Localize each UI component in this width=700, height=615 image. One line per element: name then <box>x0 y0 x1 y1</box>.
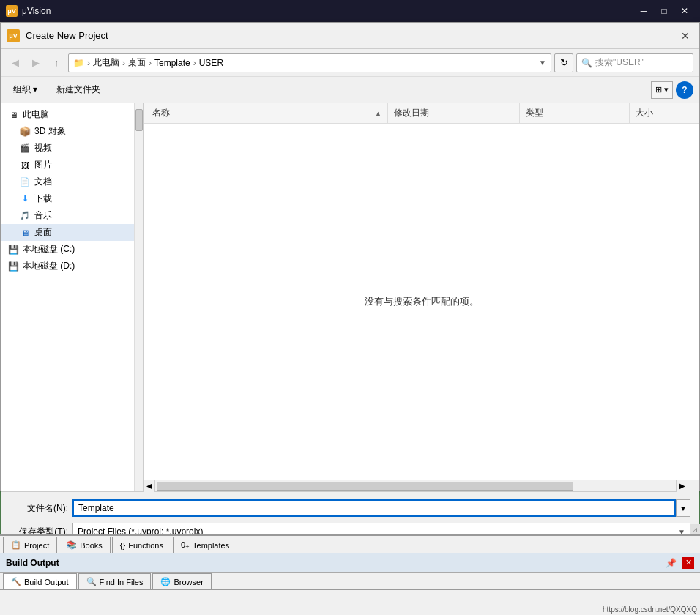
col-size-header[interactable]: 大小 <box>630 103 696 123</box>
watermark: https://blog.csdn.net/QXQXQ <box>600 604 700 615</box>
breadcrumb-user[interactable]: USER <box>199 58 223 68</box>
file-list-header: 名称 ▲ 修改日期 类型 大小 <box>144 103 699 124</box>
bottom-section: 📋 Project 📚 Books {} Functions 0₊ Templa… <box>0 534 700 615</box>
tab-functions[interactable]: {} Functions <box>112 537 171 553</box>
find-in-files-tab-icon: 🔍 <box>86 577 97 586</box>
disk-d-icon: 💾 <box>7 261 20 272</box>
close-app-button[interactable]: ✕ <box>675 4 694 18</box>
search-placeholder: 搜索"USER" <box>595 56 644 69</box>
help-button[interactable]: ? <box>676 81 693 99</box>
browser-tab-icon: 🌐 <box>160 577 171 586</box>
tree-item-music[interactable]: 🎵 音乐 <box>1 207 143 224</box>
resize-icon: ⊿ <box>692 526 698 534</box>
scrollbar-corner <box>688 480 699 492</box>
sort-arrow-icon: ▲ <box>375 110 381 117</box>
build-tab-find[interactable]: 🔍 Find In Files <box>78 573 152 589</box>
breadcrumb-bar: 📁 › 此电脑 › 桌面 › Template › USER ▼ <box>68 53 551 72</box>
col-date-header[interactable]: 修改日期 <box>388 103 520 123</box>
left-panel-scrollbar[interactable] <box>134 103 143 491</box>
breadcrumb-desktop[interactable]: 桌面 <box>128 56 146 69</box>
dialog-icon: μV <box>7 29 20 42</box>
app-icon: μV <box>6 5 18 17</box>
books-tab-icon: 📚 <box>67 540 77 550</box>
tab-templates[interactable]: 0₊ Templates <box>173 537 237 553</box>
right-panel: 名称 ▲ 修改日期 类型 大小 没有与搜索条件匹配的项。 <box>144 103 699 491</box>
tab-project[interactable]: 📋 Project <box>3 537 57 553</box>
toolbar: 组织 ▾ 新建文件夹 ⊞ ▾ ? <box>1 77 699 103</box>
tree-item-disk-d[interactable]: 💾 本地磁盘 (D:) <box>1 258 143 275</box>
build-output-header: Build Output 📌 ✕ <box>0 554 700 573</box>
maximize-button[interactable]: □ <box>655 4 674 18</box>
tree-item-computer[interactable]: 🖥 此电脑 <box>1 106 143 123</box>
folder-pictures-icon: 🖼 <box>18 160 31 171</box>
tree-item-desktop[interactable]: 🖥 桌面 <box>1 224 143 241</box>
filename-label: 文件名(N): <box>10 502 68 515</box>
bottom-tabs: 📋 Project 📚 Books {} Functions 0₊ Templa… <box>0 536 700 554</box>
dialog-close-button[interactable]: ✕ <box>677 28 693 44</box>
tree-item-documents[interactable]: 📄 文档 <box>1 174 143 190</box>
horizontal-scrollbar[interactable]: ◀ ▶ <box>144 480 699 491</box>
build-output-tab-icon: 🔨 <box>11 577 21 586</box>
resize-handle[interactable]: ⊿ <box>690 524 700 534</box>
nav-forward-button[interactable]: ▶ <box>27 54 45 72</box>
app-titlebar: μV μVision ─ □ ✕ <box>0 0 700 22</box>
col-name-header[interactable]: 名称 ▲ <box>146 103 388 123</box>
empty-content-message: 没有与搜索条件匹配的项。 <box>144 124 699 480</box>
breadcrumb-this-computer[interactable]: 此电脑 <box>93 56 119 69</box>
left-panel: 🖥 此电脑 📦 3D 对象 🎬 视频 🖼 图片 📄 文档 <box>1 103 144 491</box>
build-close-button[interactable]: ✕ <box>682 557 694 569</box>
build-tab-output[interactable]: 🔨 Build Output <box>3 573 77 589</box>
disk-c-icon: 💾 <box>7 245 20 255</box>
nav-bar: ◀ ▶ ↑ 📁 › 此电脑 › 桌面 › Template › USER ▼ ↻… <box>1 49 699 77</box>
new-folder-label: 新建文件夹 <box>56 83 100 96</box>
dialog-titlebar: μV Create New Project ✕ <box>1 23 699 49</box>
dialog-title: Create New Project <box>26 30 677 41</box>
breadcrumb-dropdown[interactable]: ▼ <box>539 59 546 67</box>
tree-item-pictures[interactable]: 🖼 图片 <box>1 157 143 174</box>
nav-back-button[interactable]: ◀ <box>7 54 24 72</box>
view-button[interactable]: ⊞ ▾ <box>651 81 673 99</box>
breadcrumb-template[interactable]: Template <box>154 58 190 68</box>
templates-tab-icon: 0₊ <box>181 540 190 550</box>
folder-downloads-icon: ⬇ <box>18 194 31 204</box>
app-background: μV μVision ─ □ ✕ μV Create New Project ✕… <box>0 0 700 615</box>
nav-refresh-button[interactable]: ↻ <box>554 53 573 72</box>
hscroll-track[interactable] <box>155 480 676 491</box>
search-bar[interactable]: 🔍 搜索"USER" <box>576 53 693 72</box>
hscroll-thumb[interactable] <box>157 482 573 491</box>
col-type-header[interactable]: 类型 <box>520 103 630 123</box>
organize-label: 组织 ▾ <box>13 83 37 96</box>
build-pin-icon[interactable]: 📌 <box>666 558 677 568</box>
tree-item-downloads[interactable]: ⬇ 下载 <box>1 190 143 207</box>
nav-up-button[interactable]: ↑ <box>48 54 65 72</box>
filename-dropdown[interactable]: ▼ <box>676 499 690 517</box>
tab-books[interactable]: 📚 Books <box>59 537 111 553</box>
organize-button[interactable]: 组织 ▾ <box>7 81 44 100</box>
build-tabs: 🔨 Build Output 🔍 Find In Files 🌐 Browser <box>0 573 700 590</box>
tree-item-disk-c[interactable]: 💾 本地磁盘 (C:) <box>1 241 143 258</box>
folder-music-icon: 🎵 <box>18 211 31 221</box>
titlebar-controls: ─ □ ✕ <box>634 4 694 18</box>
folder-desktop-icon: 🖥 <box>18 228 31 238</box>
create-project-dialog: μV Create New Project ✕ ◀ ▶ ↑ 📁 › 此电脑 › … <box>0 22 700 491</box>
search-icon: 🔍 <box>581 58 592 68</box>
build-tab-browser[interactable]: 🌐 Browser <box>152 573 211 589</box>
toolbar-right: ⊞ ▾ ? <box>651 81 693 99</box>
project-tab-icon: 📋 <box>11 540 21 550</box>
build-output-title: Build Output <box>6 558 663 568</box>
filename-row: 文件名(N): ▼ <box>10 499 690 517</box>
filename-input[interactable] <box>72 499 676 517</box>
hscroll-left-button[interactable]: ◀ <box>144 480 155 492</box>
folder-documents-icon: 📄 <box>18 177 31 187</box>
minimize-button[interactable]: ─ <box>634 4 653 18</box>
tree-item-3d[interactable]: 📦 3D 对象 <box>1 123 143 140</box>
tree-item-video[interactable]: 🎬 视频 <box>1 140 143 157</box>
content-area: 🖥 此电脑 📦 3D 对象 🎬 视频 🖼 图片 📄 文档 <box>1 103 699 491</box>
functions-tab-icon: {} <box>120 541 125 550</box>
hscroll-right-button[interactable]: ▶ <box>676 480 688 492</box>
new-folder-button[interactable]: 新建文件夹 <box>50 81 107 100</box>
computer-icon: 🖥 <box>7 110 20 120</box>
folder-video-icon: 🎬 <box>18 144 31 154</box>
app-title: μVision <box>22 6 630 16</box>
breadcrumb-computer[interactable]: 📁 <box>73 58 84 68</box>
